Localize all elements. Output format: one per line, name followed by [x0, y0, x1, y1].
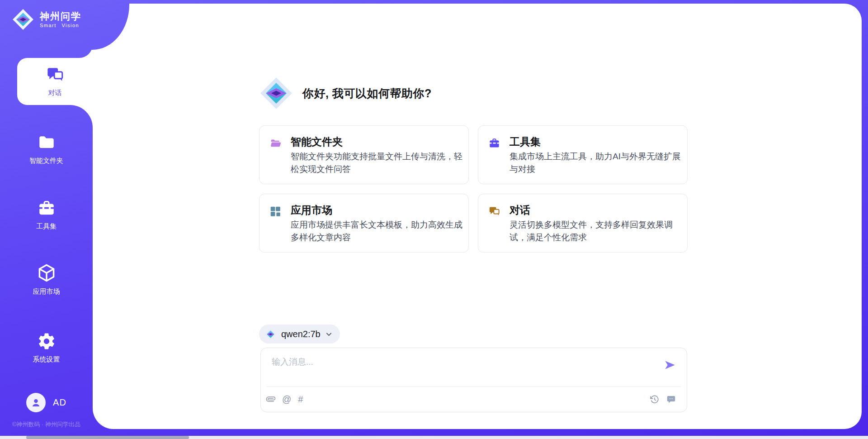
- card-title: 应用市场: [291, 203, 332, 217]
- card-title: 对话: [509, 203, 530, 217]
- app-diamond-logo: [12, 8, 34, 31]
- logo-header-blob: 神州问学 Smart Vision: [0, 0, 129, 50]
- chat-bubble-icon: [666, 395, 676, 404]
- message-composer: @ #: [260, 348, 687, 412]
- card-app-market[interactable]: 应用市场 应用市场提供丰富长文本模板，助力高效生成多样化文章内容: [259, 194, 469, 253]
- sidebar-item-toolset[interactable]: 工具集: [0, 199, 93, 231]
- card-chat[interactable]: 对话 灵活切换多模型文件，支持多样回复效果调试，满足个性化需求: [478, 194, 688, 253]
- card-toolset[interactable]: 工具集 集成市场上主流工具，助力AI与外界无缝扩展与对接: [478, 125, 688, 184]
- card-smart-folder[interactable]: 智能文件夹 智能文件夹功能支持批量文件上传与清洗，轻松实现文件问答: [259, 125, 469, 184]
- paperclip-icon: [264, 393, 277, 406]
- chat-icon: [46, 66, 65, 85]
- sidebar-item-label: 工具集: [0, 222, 93, 231]
- card-description: 智能文件夹功能支持批量文件上传与清洗，轻松实现文件问答: [291, 150, 463, 176]
- person-icon: [30, 396, 42, 409]
- mention-button[interactable]: @: [282, 394, 291, 405]
- brand-diamond-logo: [259, 76, 293, 110]
- sidebar-item-settings[interactable]: 系统设置: [0, 332, 93, 364]
- sidebar-item-chat[interactable]: 对话: [17, 58, 93, 105]
- chat-icon: [488, 205, 500, 218]
- attach-button[interactable]: [266, 395, 275, 404]
- greeting-text: 你好, 我可以如何帮助你?: [302, 86, 432, 101]
- card-description: 集成市场上主流工具，助力AI与外界无缝扩展与对接: [509, 150, 682, 176]
- main-content-panel: 你好, 我可以如何帮助你? 智能文件夹 智能文件夹功能支持批量文件上传与清洗，轻…: [93, 4, 862, 429]
- at-icon: @: [282, 394, 291, 405]
- message-input[interactable]: [266, 353, 655, 381]
- card-description: 应用市场提供丰富长文本模板，助力高效生成多样化文章内容: [291, 219, 463, 244]
- open-folder-icon: [269, 137, 282, 149]
- folder-icon: [37, 133, 56, 152]
- active-tab-fillet-bottom: [70, 105, 93, 128]
- card-title: 智能文件夹: [291, 135, 343, 149]
- grid-icon: [269, 205, 281, 217]
- briefcase-icon: [488, 137, 500, 149]
- card-description: 灵活切换多模型文件，支持多样回复效果调试，满足个性化需求: [509, 219, 682, 244]
- history-button[interactable]: [650, 395, 659, 404]
- history-icon: [650, 395, 659, 404]
- app-logo: 神州问学 Smart Vision: [12, 8, 81, 31]
- conversation-bubble-button[interactable]: [666, 395, 676, 404]
- sidebar-item-label: 对话: [27, 89, 83, 97]
- copyright-text: ©神州数码 · 神州问学出品: [0, 420, 93, 429]
- hash-icon: #: [298, 394, 303, 405]
- sidebar-item-label: 智能文件夹: [0, 157, 93, 165]
- sidebar-item-app-market[interactable]: 应用市场: [0, 263, 93, 296]
- model-name: qwen2:7b: [281, 329, 321, 339]
- feature-cards-grid: 智能文件夹 智能文件夹功能支持批量文件上传与清洗，轻松实现文件问答 工具集 集成…: [259, 125, 688, 253]
- chevron-down-icon: [325, 330, 333, 338]
- avatar: [26, 393, 46, 412]
- greeting-row: 你好, 我可以如何帮助你?: [259, 72, 432, 115]
- app-name: 神州问学: [40, 11, 81, 21]
- composer-toolbar: @ #: [266, 391, 676, 407]
- gear-icon: [37, 332, 56, 351]
- user-row[interactable]: AD: [0, 393, 93, 412]
- topic-button[interactable]: #: [298, 394, 303, 405]
- sidebar-item-label: 系统设置: [0, 355, 93, 364]
- send-icon: [664, 359, 676, 371]
- model-diamond-logo: [264, 328, 277, 340]
- app-subtitle: Smart Vision: [40, 23, 81, 28]
- send-button[interactable]: [664, 359, 676, 371]
- model-selector[interactable]: qwen2:7b: [259, 324, 340, 344]
- composer-divider: [266, 387, 681, 387]
- card-title: 工具集: [509, 135, 541, 149]
- sidebar-item-smart-folder[interactable]: 智能文件夹: [0, 133, 93, 165]
- briefcase-icon: [37, 199, 56, 218]
- sidebar-item-label: 应用市场: [0, 287, 93, 296]
- cube-icon: [37, 263, 57, 283]
- horizontal-scrollbar-thumb[interactable]: [26, 436, 189, 439]
- user-name: AD: [53, 397, 66, 408]
